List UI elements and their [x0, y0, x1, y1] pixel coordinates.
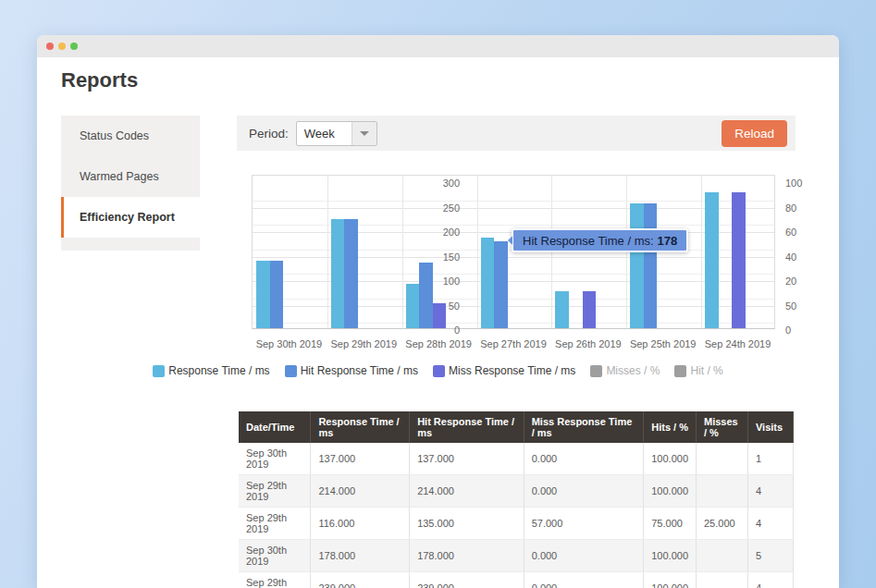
period-select-value: Week	[297, 122, 352, 145]
table-cell: 137.000	[410, 443, 524, 475]
legend-label: Miss Response Time / ms	[449, 364, 575, 377]
efficiency-table: Date/TimeResponse Time / msHit Response …	[239, 411, 794, 588]
window-titlebar	[37, 35, 839, 57]
table-row: Sep 30th 2019178.000178.0000.000100.0005	[239, 540, 794, 572]
y-axis-label-right: 40	[785, 251, 796, 263]
x-axis-label: Sep 30th 2019	[256, 338, 323, 349]
table-cell: Sep 30th 2019	[239, 540, 311, 572]
bar-response-time-ms[interactable]	[481, 238, 495, 328]
x-axis-label: Sep 27th 2019	[480, 338, 547, 349]
chart-legend: Response Time / msHit Response Time / ms…	[37, 364, 839, 377]
bar-hit-response-time-ms[interactable]	[644, 203, 658, 328]
table-cell: 100.000	[644, 475, 697, 508]
y-axis-label-left: 250	[260, 202, 460, 214]
bar-response-time-ms[interactable]	[705, 192, 719, 328]
table-row: Sep 30th 2019137.000137.0000.000100.0001	[239, 443, 794, 475]
table-cell: 137.000	[311, 443, 410, 475]
y-axis-label-right: 60	[785, 227, 796, 238]
table-cell: 0.000	[524, 540, 644, 572]
x-axis-label: Sep 29th 2019	[330, 338, 397, 349]
bar-hit-response-time-ms[interactable]	[270, 261, 284, 328]
close-window-icon[interactable]	[46, 43, 54, 50]
table-cell: 4	[747, 475, 793, 508]
bar-response-time-ms[interactable]	[630, 203, 644, 328]
table-cell: 4	[747, 508, 793, 540]
legend-swatch-icon	[590, 365, 602, 377]
legend-swatch-icon	[285, 365, 297, 377]
minimize-window-icon[interactable]	[58, 43, 66, 50]
bar-hit-response-time-ms[interactable]	[419, 263, 433, 328]
table-cell: 25.000	[697, 508, 748, 540]
y-axis-label-left: 200	[260, 227, 460, 238]
x-axis-label: Sep 25th 2019	[630, 338, 697, 349]
sidebar-item-warmed-pages[interactable]: Warmed Pages	[61, 156, 200, 197]
legend-swatch-icon	[674, 365, 686, 377]
legend-label: Hit / %	[690, 364, 722, 377]
tooltip-arrow-icon	[500, 234, 513, 247]
table-cell: 239.000	[311, 572, 410, 588]
legend-item-misses-%[interactable]: Misses / %	[590, 364, 660, 377]
legend-label: Misses / %	[606, 364, 660, 377]
legend-swatch-icon	[433, 365, 445, 377]
x-axis-label: Sep 24th 2019	[705, 338, 771, 349]
reload-button[interactable]: Reload	[722, 120, 787, 147]
bar-response-time-ms[interactable]	[406, 284, 420, 328]
bar-response-time-ms[interactable]	[256, 261, 270, 328]
bar-miss-response-time-ms[interactable]	[583, 291, 597, 328]
table-cell: 100.000	[644, 443, 697, 475]
period-select[interactable]: Week	[296, 121, 377, 146]
bar-hit-response-time-ms[interactable]	[494, 241, 508, 328]
legend-item-hit-response-time-ms[interactable]: Hit Response Time / ms	[285, 364, 418, 377]
table-cell: 5	[747, 540, 793, 572]
bar-hit-response-time-ms[interactable]	[344, 219, 358, 328]
table-cell: 116.000	[311, 508, 410, 540]
table-cell: 178.000	[410, 540, 524, 572]
sidebar-item-status-codes[interactable]: Status Codes	[61, 116, 200, 156]
legend-item-hit-%[interactable]: Hit / %	[674, 364, 722, 377]
table-cell: Sep 29th 2019	[239, 475, 311, 508]
table-header-cell: Visits	[747, 411, 793, 443]
legend-swatch-icon	[153, 365, 165, 377]
table-row: Sep 29th 2019214.000214.0000.000100.0004	[239, 475, 794, 508]
bar-response-time-ms[interactable]	[331, 219, 345, 328]
table-cell: 214.000	[410, 475, 524, 508]
y-axis-label-right: 80	[785, 202, 796, 214]
table-header-cell: Date/Time	[239, 411, 311, 443]
table-cell: 57.000	[524, 508, 644, 540]
maximize-window-icon[interactable]	[70, 43, 78, 50]
period-label: Period:	[249, 127, 289, 141]
table-cell: 100.000	[644, 572, 697, 588]
gridline-vertical	[327, 176, 328, 328]
table-header-cell: Hits / %	[644, 411, 697, 443]
gridline-vertical	[402, 176, 403, 328]
table-cell: 178.000	[311, 540, 410, 572]
table-cell: Sep 29th 2019	[239, 572, 311, 588]
table-row: Sep 29th 2019239.000239.0000.000100.0004	[239, 572, 794, 588]
table-cell: 0.000	[524, 443, 644, 475]
y-axis-label-right: 0	[785, 325, 791, 336]
table-cell	[697, 572, 748, 588]
y-axis-label-right: 100	[785, 178, 802, 189]
x-axis-label: Sep 26th 2019	[555, 338, 622, 349]
table-cell	[697, 540, 748, 572]
chevron-down-icon	[352, 122, 376, 145]
legend-item-miss-response-time-ms[interactable]: Miss Response Time / ms	[433, 364, 575, 377]
table-cell	[697, 443, 748, 475]
table-header-cell: Response Time / ms	[311, 411, 410, 443]
table-header-cell: Hit Response Time / ms	[410, 411, 524, 443]
y-axis-label-left: 150	[260, 251, 460, 263]
gridline-vertical	[701, 176, 702, 328]
table-cell: Sep 29th 2019	[239, 508, 311, 540]
y-axis-label-left: 300	[260, 178, 460, 189]
app-window: Reports Status CodesWarmed PagesEfficien…	[37, 35, 839, 588]
y-axis-label-right: 20	[785, 276, 796, 287]
table-cell: 135.000	[410, 508, 524, 540]
table-cell: 75.000	[644, 508, 697, 540]
bar-response-time-ms[interactable]	[555, 291, 569, 328]
bar-miss-response-time-ms[interactable]	[732, 192, 746, 328]
bar-miss-response-time-ms[interactable]	[433, 303, 447, 328]
table-cell: 0.000	[524, 572, 644, 588]
legend-label: Response Time / ms	[168, 364, 269, 377]
sidebar-item-efficiency-report[interactable]: Efficiency Report	[61, 197, 200, 238]
legend-item-response-time-ms[interactable]: Response Time / ms	[153, 364, 269, 377]
